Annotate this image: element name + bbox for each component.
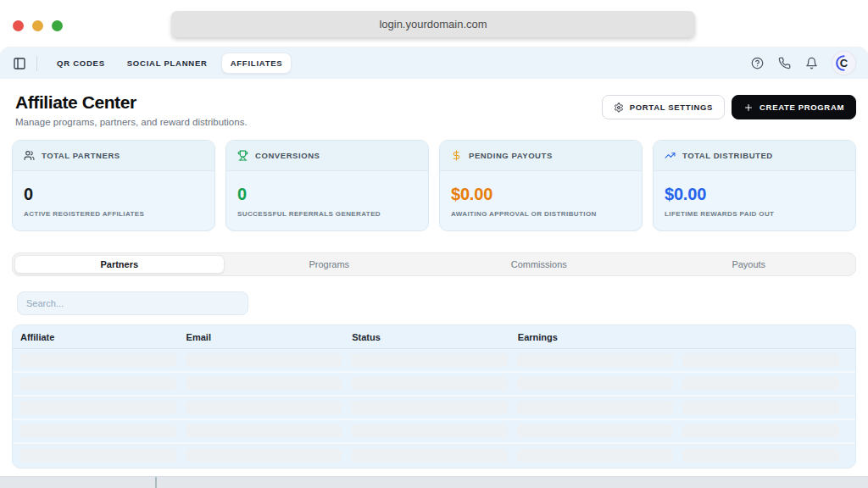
traffic-lights [13,20,63,31]
create-program-label: CREATE PROGRAM [760,103,844,112]
tab-programs[interactable]: Programs [225,255,435,274]
table-row [13,444,855,468]
table-header-row: Affiliate Email Status Earnings [13,325,855,349]
stat-card-body: $0.00 AWAITING APPROVAL OR DISTRIBUTION [440,171,642,230]
skeleton-bar [186,353,342,367]
close-window-button[interactable] [13,20,24,31]
stats-grid: TOTAL PARTNERS 0 ACTIVE REGISTERED AFFIL… [12,140,856,231]
panel-left-icon [13,57,26,70]
stat-card-body: 0 ACTIVE REGISTERED AFFILIATES [13,171,214,230]
stat-value: 0 [24,185,203,204]
skeleton-bar [19,424,176,438]
skeleton-bar [351,377,508,391]
stat-label: TOTAL DISTRIBUTED [682,151,773,160]
stat-card-conversions: CONVERSIONS 0 SUCCESSFUL REFERRALS GENER… [225,140,429,231]
maximize-window-button[interactable] [52,20,63,31]
navbar-tabs: QR CODES SOCIAL PLANNER AFFILIATES [48,53,292,74]
skeleton-bar [19,401,176,414]
navbar-actions: C [751,52,855,75]
stat-label: PENDING PAYOUTS [469,151,553,160]
stat-label: CONVERSIONS [255,151,320,160]
minimize-window-button[interactable] [32,20,43,31]
header-actions: PORTAL SETTINGS CREATE PROGRAM [602,95,856,119]
page-subtitle: Manage programs, partners, and reward di… [15,117,248,127]
skeleton-bar [517,353,674,367]
skeleton-bar [682,353,839,367]
webpage: QR CODES SOCIAL PLANNER AFFILIATES C Aff… [0,47,868,476]
skeleton-bar [19,377,176,391]
stat-card-header: TOTAL DISTRIBUTED [654,141,855,171]
tab-commissions[interactable]: Commissions [434,255,644,274]
skeleton-bar [682,449,839,463]
table-row [13,349,855,373]
gear-icon [614,103,624,113]
stat-label: TOTAL PARTNERS [42,151,120,160]
partners-table: Affiliate Email Status Earnings [12,324,856,469]
portal-settings-label: PORTAL SETTINGS [630,103,713,112]
skeleton-bar [19,449,176,463]
skeleton-bar [682,377,839,391]
skeleton-bar [186,449,342,463]
stat-card-body: 0 SUCCESSFUL REFERRALS GENERATED [226,171,428,230]
tab-partners[interactable]: Partners [14,255,225,274]
nav-tab-social-planner[interactable]: SOCIAL PLANNER [119,53,216,73]
address-bar-url: login.yourdomain.com [379,18,487,30]
users-icon [24,150,35,161]
section-tabs: Partners Programs Commissions Payouts [12,252,856,276]
stat-card-pending-payouts: PENDING PAYOUTS $0.00 AWAITING APPROVAL … [439,140,643,231]
plus-icon [743,103,754,113]
page-header: Affiliate Center Manage programs, partne… [15,92,856,127]
stat-caption: ACTIVE REGISTERED AFFILIATES [24,210,203,218]
stat-card-header: PENDING PAYOUTS [440,141,642,171]
avatar-ring-icon [835,54,853,72]
help-icon[interactable] [751,57,764,69]
page-title: Affiliate Center [15,92,248,113]
skeleton-bar [351,424,508,438]
browser-chrome: login.yourdomain.com [0,0,868,47]
trending-up-icon [665,150,676,161]
table-row [13,420,855,444]
trophy-icon [237,150,248,161]
stat-value: 0 [237,185,417,204]
tab-payouts[interactable]: Payouts [644,255,854,274]
search-input[interactable] [17,291,248,315]
skeleton-bar [517,377,674,391]
nav-tab-qr-codes[interactable]: QR CODES [48,53,114,73]
stat-card-header: CONVERSIONS [226,141,428,171]
stat-card-body: $0.00 LIFETIME REWARDS PAID OUT [654,171,855,230]
skeleton-bar [517,449,674,463]
bell-icon[interactable] [805,57,818,69]
table-row [13,373,855,396]
dollar-icon [451,150,462,161]
table-body [13,349,855,468]
avatar[interactable]: C [832,52,855,75]
column-header-affiliate: Affiliate [19,332,186,342]
skeleton-bar [186,401,342,414]
column-header-email: Email [186,332,352,342]
top-navbar: QR CODES SOCIAL PLANNER AFFILIATES C [0,47,868,79]
portal-settings-button[interactable]: PORTAL SETTINGS [602,95,725,119]
skeleton-bar [186,424,342,438]
stat-caption: SUCCESSFUL REFERRALS GENERATED [237,210,417,218]
skeleton-bar [351,449,508,463]
skeleton-bar [351,401,508,414]
address-bar[interactable]: login.yourdomain.com [171,11,695,37]
sidebar-toggle-button[interactable] [13,57,26,70]
skeleton-bar [682,401,839,414]
table-row [13,396,855,420]
stat-caption: AWAITING APPROVAL OR DISTRIBUTION [451,210,631,218]
nav-tab-affiliates[interactable]: AFFILIATES [221,53,292,74]
column-header-earnings: Earnings [517,332,683,342]
skeleton-bar [517,401,674,414]
desktop-divider-line [155,477,157,488]
stat-card-header: TOTAL PARTNERS [13,141,214,171]
skeleton-bar [186,377,342,391]
skeleton-bar [351,353,508,367]
stat-caption: LIFETIME REWARDS PAID OUT [665,210,844,218]
create-program-button[interactable]: CREATE PROGRAM [732,95,856,119]
phone-icon[interactable] [778,57,791,69]
skeleton-bar [517,424,674,438]
stat-card-total-distributed: TOTAL DISTRIBUTED $0.00 LIFETIME REWARDS… [653,140,856,231]
page-heading-block: Affiliate Center Manage programs, partne… [15,92,248,127]
column-header-status: Status [351,332,517,342]
